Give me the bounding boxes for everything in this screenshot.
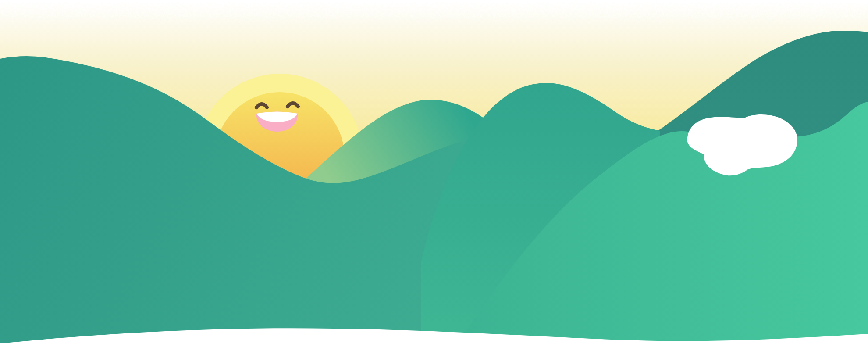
landscape-illustration: [0, 0, 868, 347]
landscape-svg: [0, 0, 868, 347]
grain-texture: [0, 0, 868, 25]
